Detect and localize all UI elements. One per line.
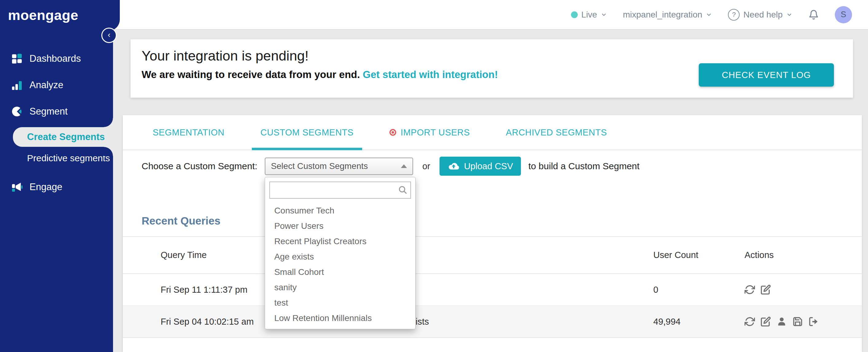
- export-icon[interactable]: [808, 316, 819, 327]
- row-actions: [745, 316, 862, 327]
- dropdown-option[interactable]: test: [265, 295, 415, 311]
- tab-label: CUSTOM SEGMENTS: [260, 127, 353, 138]
- column-actions: Actions: [745, 250, 862, 260]
- tab-label: ARCHIVED SEGMENTS: [506, 127, 607, 138]
- select-value: Select Custom Segments: [271, 161, 368, 171]
- save-icon[interactable]: [793, 316, 803, 327]
- chevron-down-icon: [786, 12, 793, 18]
- sidebar-item-analyze[interactable]: Analyze: [0, 72, 113, 98]
- sidebar-collapse-button[interactable]: [101, 28, 117, 43]
- bell-icon: [808, 9, 819, 20]
- tab-segmentation[interactable]: SEGMENTATION: [144, 115, 233, 150]
- dropdown-search: [269, 182, 411, 199]
- app-root: Live mixpanel_integration Need help S: [0, 0, 868, 352]
- sidebar-item-label: Predictive segments: [27, 153, 110, 163]
- moengage-logo: moengage: [0, 7, 78, 23]
- sidebar-item-predictive-segments[interactable]: Predictive segments: [0, 147, 113, 169]
- upload-csv-label: Upload CSV: [464, 161, 513, 171]
- segment-search-input[interactable]: [270, 182, 410, 198]
- upload-csv-button[interactable]: Upload CSV: [439, 157, 521, 176]
- sidebar-item-label: Dashboards: [30, 53, 81, 64]
- banner-title: Your integration is pending!: [142, 48, 853, 64]
- chevron-down-icon: [601, 12, 607, 18]
- edit-icon[interactable]: [761, 284, 771, 295]
- refresh-icon[interactable]: [745, 316, 755, 327]
- get-started-link[interactable]: Get started with integration!: [363, 69, 498, 80]
- banner-message-text: We are waiting to receive data from your…: [142, 69, 360, 80]
- sidebar-item-engage[interactable]: Engage: [0, 174, 113, 200]
- sidebar-item-dashboards[interactable]: Dashboards: [0, 45, 113, 72]
- dropdown-option[interactable]: sanity: [265, 280, 415, 295]
- workspace-label: mixpanel_integration: [623, 10, 702, 20]
- import-users-dot-icon: [390, 129, 396, 136]
- dropdown-option[interactable]: Recent Playlist Creators: [265, 234, 415, 249]
- sidebar-item-create-segments[interactable]: Create Segments: [13, 127, 113, 147]
- recent-queries-title: Recent Queries: [142, 215, 862, 227]
- user-count: 49,994: [653, 317, 745, 327]
- edit-icon[interactable]: [761, 316, 771, 327]
- search-icon: [398, 185, 407, 194]
- megaphone-icon: [11, 181, 23, 193]
- help-label: Need help: [743, 10, 783, 20]
- sidebar-item-label: Create Segments: [27, 131, 105, 142]
- custom-segment-select-face[interactable]: Select Custom Segments: [265, 158, 413, 175]
- tab-custom-segments[interactable]: CUSTOM SEGMENTS: [252, 115, 362, 150]
- tab-label: SEGMENTATION: [153, 127, 224, 138]
- tab-archived-segments[interactable]: ARCHIVED SEGMENTS: [497, 115, 616, 150]
- top-header: Live mixpanel_integration Need help S: [113, 0, 868, 30]
- tab-import-users[interactable]: IMPORT USERS: [381, 115, 478, 150]
- custom-segment-picker-row: Choose a Custom Segment: Select Custom S…: [142, 157, 862, 175]
- help-menu[interactable]: Need help: [728, 9, 793, 21]
- user-avatar[interactable]: S: [835, 6, 852, 23]
- environment-switcher[interactable]: Live: [571, 10, 607, 20]
- picker-label: Choose a Custom Segment:: [142, 161, 257, 171]
- check-event-log-button[interactable]: CHECK EVENT LOG: [699, 63, 834, 87]
- picker-suffix-text: to build a Custom Segment: [528, 161, 640, 171]
- integration-banner: Your integration is pending! We are wait…: [130, 39, 853, 98]
- pie-chart-icon: [9, 103, 25, 120]
- live-status-dot: [571, 11, 578, 18]
- question-circle-icon: [728, 9, 740, 21]
- workspace-switcher[interactable]: mixpanel_integration: [623, 10, 712, 20]
- refresh-icon[interactable]: [745, 284, 755, 295]
- recent-queries-header-row: Query Time User Count Actions: [123, 237, 862, 274]
- chevron-down-icon: [706, 12, 712, 18]
- dropdown-option[interactable]: Consumer Tech: [265, 203, 415, 218]
- sidebar-nav: Dashboards Analyze Segment Create Segmen: [0, 45, 113, 200]
- table-row: Fri Sep 11 1:11:37 pm 0: [123, 274, 862, 306]
- bar-chart-icon: [11, 79, 23, 91]
- table-row: Fri Sep 04 10:02:15 am Users in custom s…: [123, 306, 862, 338]
- dropdown-option[interactable]: Low Retention Millennials: [265, 311, 415, 326]
- caret-up-icon: [401, 164, 407, 168]
- sidebar-item-label: Segment: [30, 106, 68, 117]
- user-count: 0: [653, 285, 745, 295]
- grid-icon: [11, 53, 23, 64]
- row-actions: [745, 284, 862, 295]
- dropdown-option[interactable]: Power Users: [265, 218, 415, 234]
- sidebar: Dashboards Analyze Segment Create Segmen: [0, 0, 113, 352]
- avatar-initial: S: [841, 10, 846, 19]
- segment-tabs: SEGMENTATION CUSTOM SEGMENTS IMPORT USER…: [123, 115, 862, 150]
- user-icon[interactable]: [776, 316, 787, 327]
- custom-segment-select: Select Custom Segments Consumer Tech Pow…: [265, 158, 413, 175]
- sidebar-item-label: Analyze: [30, 79, 63, 91]
- notifications-button[interactable]: [808, 9, 819, 20]
- custom-segment-dropdown: Consumer Tech Power Users Recent Playlis…: [265, 177, 415, 329]
- segments-card: SEGMENTATION CUSTOM SEGMENTS IMPORT USER…: [123, 115, 862, 352]
- dropdown-option[interactable]: Small Cohort: [265, 264, 415, 280]
- or-text: or: [422, 161, 430, 171]
- environment-label: Live: [582, 10, 597, 20]
- cloud-upload-icon: [447, 160, 460, 172]
- logo-block: moengage: [0, 0, 120, 31]
- sidebar-item-label: Engage: [30, 182, 62, 193]
- tab-label: IMPORT USERS: [401, 127, 470, 138]
- sidebar-item-segment[interactable]: Segment: [0, 98, 113, 125]
- dropdown-option[interactable]: Age exists: [265, 249, 415, 264]
- column-user-count: User Count: [653, 250, 745, 260]
